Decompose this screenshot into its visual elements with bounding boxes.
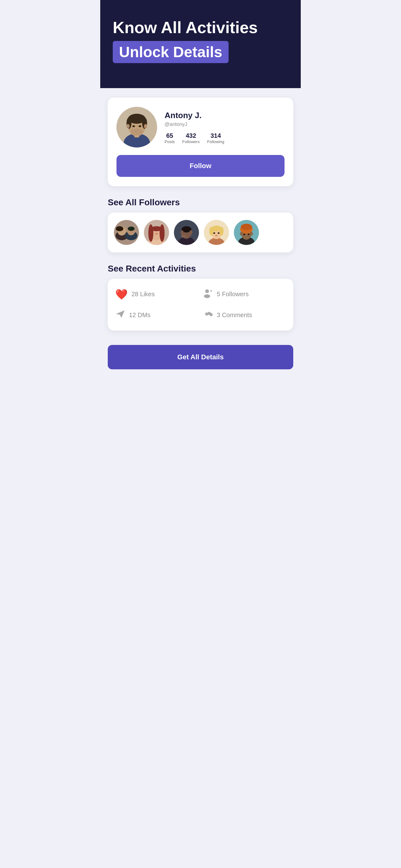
svg-point-43 <box>219 227 224 236</box>
comments-text: 3 Comments <box>217 312 252 319</box>
main-content: Antony J. @antonyJ 65 Posts 432 Follower… <box>100 88 301 382</box>
activity-comments: 3 Comments <box>203 309 286 321</box>
svg-point-10 <box>131 129 143 135</box>
hero-section: Know All Activities Unlock Details <box>100 0 301 88</box>
profile-handle: @antonyJ <box>165 122 285 127</box>
svg-point-35 <box>189 230 192 235</box>
svg-point-12 <box>144 124 147 128</box>
dms-text: 12 DMs <box>129 312 151 319</box>
svg-point-20 <box>128 226 135 231</box>
stat-followers-value: 432 <box>182 132 200 140</box>
svg-point-58 <box>204 294 210 298</box>
heart-icon: ❤️ <box>115 288 128 300</box>
followers-section-title: See All Followers <box>108 197 293 208</box>
stat-following: 314 Following <box>207 132 224 144</box>
svg-point-44 <box>213 232 215 234</box>
stat-following-value: 314 <box>207 132 224 140</box>
follower-svg-3 <box>174 220 199 245</box>
follower-avatar-5 <box>234 220 259 245</box>
profile-name: Antony J. <box>165 111 285 120</box>
svg-point-13 <box>127 127 129 128</box>
activity-dms: 12 DMs <box>115 309 198 321</box>
activity-followers: + 5 Followers <box>203 288 286 300</box>
svg-point-63 <box>209 313 213 316</box>
svg-point-53 <box>240 232 243 236</box>
follower-svg-2 <box>144 220 169 245</box>
profile-stats: 65 Posts 432 Followers 314 Following <box>165 132 285 144</box>
stat-followers: 432 Followers <box>182 132 200 144</box>
svg-point-36 <box>181 235 186 238</box>
stat-posts: 65 Posts <box>165 132 175 144</box>
follower-avatar-3 <box>174 220 199 245</box>
svg-point-9 <box>139 125 141 127</box>
svg-point-8 <box>132 125 135 127</box>
svg-text:+: + <box>210 288 212 293</box>
svg-point-34 <box>180 230 183 235</box>
activities-section-title: See Recent Activities <box>108 264 293 274</box>
svg-point-57 <box>205 289 209 293</box>
person-plus-icon: + <box>203 288 213 300</box>
stat-posts-value: 65 <box>165 132 175 140</box>
svg-point-19 <box>116 226 123 231</box>
followers-card <box>108 213 293 252</box>
followers-section: See All Followers <box>108 197 293 252</box>
follower-avatar-1 <box>114 220 139 245</box>
svg-point-46 <box>215 235 218 237</box>
likes-text: 28 Likes <box>132 290 155 298</box>
svg-point-55 <box>243 234 245 235</box>
svg-point-27 <box>160 224 165 242</box>
activities-card: ❤️ 28 Likes + 5 Followers <box>108 279 293 331</box>
svg-marker-60 <box>116 310 125 318</box>
stat-following-label: Following <box>207 140 224 144</box>
stat-followers-label: Followers <box>182 140 200 144</box>
follower-svg-1 <box>114 220 139 245</box>
svg-point-54 <box>250 232 253 236</box>
hero-title: Know All Activities <box>113 19 288 36</box>
profile-info: Antony J. @antonyJ 65 Posts 432 Follower… <box>165 111 285 144</box>
stat-posts-label: Posts <box>165 140 175 144</box>
activity-likes: ❤️ 28 Likes <box>115 288 198 300</box>
followers-text: 5 Followers <box>217 290 248 298</box>
avatar-svg <box>116 107 157 148</box>
hero-subtitle-wrapper: Unlock Details <box>113 41 229 63</box>
profile-card: Antony J. @antonyJ 65 Posts 432 Follower… <box>108 97 293 186</box>
profile-top: Antony J. @antonyJ 65 Posts 432 Follower… <box>116 107 285 148</box>
get-all-details-button[interactable]: Get All Details <box>108 345 293 369</box>
svg-point-42 <box>209 227 213 236</box>
follower-avatar-2 <box>144 220 169 245</box>
send-icon <box>115 309 125 321</box>
avatar <box>116 107 157 148</box>
follower-avatar-4 <box>204 220 229 245</box>
follow-button[interactable]: Follow <box>116 155 285 177</box>
svg-point-56 <box>248 234 249 235</box>
follower-svg-5 <box>234 220 259 245</box>
activities-section: See Recent Activities ❤️ 28 Likes + <box>108 264 293 331</box>
svg-point-45 <box>218 232 220 234</box>
svg-point-52 <box>241 224 252 230</box>
activities-grid: ❤️ 28 Likes + 5 Followers <box>115 288 286 321</box>
comment-icon <box>203 309 213 321</box>
follower-svg-4 <box>204 220 229 245</box>
svg-point-26 <box>148 224 153 242</box>
hero-subtitle: Unlock Details <box>119 43 222 61</box>
svg-point-28 <box>155 233 158 235</box>
